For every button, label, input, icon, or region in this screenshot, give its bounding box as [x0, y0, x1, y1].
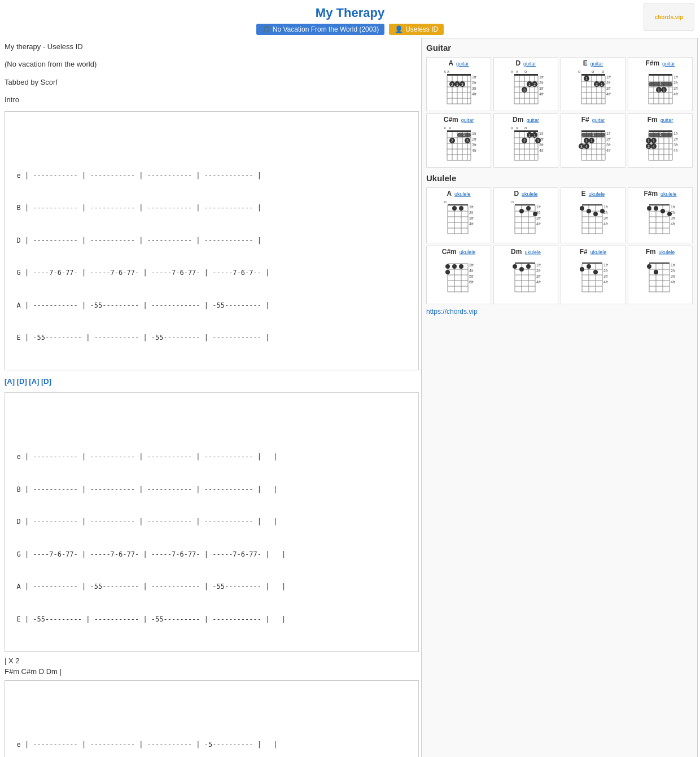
svg-text:4fr: 4fr: [539, 148, 544, 152]
svg-text:2fr: 2fr: [606, 137, 611, 141]
chord-diagram-E-ukulele: 1fr 2fr 3fr 4fr: [578, 199, 609, 241]
chord-card-A-ukulele[interactable]: A ukulele o 1fr 2fr 3f: [426, 187, 491, 243]
chord-diagram-Fm-ukulele: 1fr 2fr 3fr 4fr: [645, 257, 676, 302]
svg-text:3fr: 3fr: [673, 86, 678, 90]
svg-text:2: 2: [533, 82, 536, 86]
chord-card-Fm-ukulele[interactable]: Fm ukulele 1fr 2fr 3fr: [628, 246, 693, 304]
svg-text:3fr: 3fr: [472, 86, 476, 90]
tab-line: [8, 707, 415, 717]
svg-point-215: [459, 206, 463, 211]
svg-text:1: 1: [659, 82, 662, 86]
svg-text:x: x: [516, 125, 518, 130]
chord-card-E-guitar[interactable]: E guitar o o o: [561, 57, 625, 111]
svg-text:4: 4: [653, 145, 655, 148]
svg-text:4fr: 4fr: [469, 269, 474, 273]
chord-card-Cshm-ukulele[interactable]: C#m ukulele 3fr 4fr 5fr: [426, 246, 491, 304]
svg-text:3fr: 3fr: [469, 263, 474, 267]
svg-text:1fr: 1fr: [603, 205, 609, 209]
svg-text:1: 1: [528, 133, 531, 137]
chord-card-E-ukulele[interactable]: E ukulele 1fr 2fr 3fr: [561, 187, 625, 243]
section-intro: Intro: [5, 93, 419, 106]
svg-text:1: 1: [592, 133, 594, 137]
chord-card-D-guitar[interactable]: D guitar x x o: [493, 57, 558, 111]
tabbed-by: Tabbed by Scorf: [5, 76, 419, 89]
svg-text:1fr: 1fr: [673, 75, 678, 79]
svg-text:3fr: 3fr: [472, 143, 476, 147]
svg-text:1: 1: [528, 82, 531, 86]
svg-text:3fr: 3fr: [671, 216, 676, 220]
chord-diagram-Dm-guitar: x x o 1fr 2fr 3fr: [509, 125, 544, 165]
chord-diagram-D-guitar: x x o 1fr 2fr 3fr: [509, 68, 544, 109]
svg-text:3fr: 3fr: [603, 216, 609, 220]
chord-card-Dm-guitar[interactable]: Dm guitar x x o: [493, 113, 558, 168]
svg-text:o: o: [444, 200, 447, 204]
svg-point-269: [667, 212, 672, 216]
chord-card-Fshm-guitar[interactable]: F#m guitar 1fr 2fr: [628, 57, 693, 111]
svg-point-287: [445, 270, 450, 274]
svg-text:5fr: 5fr: [469, 274, 474, 278]
svg-text:2fr: 2fr: [472, 137, 476, 141]
song-info: My therapy - Useless ID (No vacation fro…: [5, 40, 419, 107]
svg-text:2: 2: [451, 82, 453, 86]
svg-text:1: 1: [590, 139, 593, 143]
svg-rect-217: [515, 204, 535, 205]
svg-rect-173: [649, 130, 672, 132]
svg-text:4fr: 4fr: [606, 92, 611, 96]
svg-text:2: 2: [596, 82, 598, 86]
album-breadcrumb[interactable]: 🎵 No Vacation From the World (2003): [256, 24, 384, 35]
svg-text:2fr: 2fr: [536, 269, 541, 273]
svg-text:x: x: [449, 125, 451, 130]
breadcrumb: 🎵 No Vacation From the World (2003) 👤 Us…: [0, 24, 700, 35]
right-panel: Guitar A guitar x: [421, 38, 698, 757]
tab-line: e | ----------- | ----------- | --------…: [8, 452, 415, 462]
svg-point-250: [593, 212, 598, 216]
svg-text:1fr: 1fr: [539, 75, 544, 79]
svg-text:1: 1: [601, 82, 603, 86]
svg-text:3fr: 3fr: [539, 143, 544, 147]
chord-card-Cshm-guitar[interactable]: C#m guitar x x: [426, 113, 491, 168]
svg-text:2: 2: [451, 139, 453, 143]
svg-point-266: [647, 206, 651, 211]
svg-text:3fr: 3fr: [539, 86, 544, 90]
svg-text:x: x: [516, 69, 518, 74]
chord-card-Fsh-ukulele[interactable]: F# ukulele 1fr 2fr 3fr: [561, 246, 625, 304]
svg-text:4fr: 4fr: [603, 280, 609, 284]
chord-card-Fm-guitar[interactable]: Fm guitar 1fr 2fr: [628, 113, 693, 168]
guitar-section-title: Guitar: [426, 43, 693, 52]
ukulele-chords-row1: A ukulele o 1fr 2fr 3f: [426, 187, 693, 243]
svg-text:1fr: 1fr: [536, 263, 541, 267]
site-url[interactable]: https://chords.vip: [426, 308, 693, 316]
svg-text:2fr: 2fr: [673, 137, 678, 141]
tab-line: D | ----------- | ----------- | --------…: [8, 235, 415, 246]
tab-line: [8, 138, 415, 148]
chord-card-Dm-ukulele[interactable]: Dm ukulele 1fr 2fr 3fr: [493, 246, 558, 304]
chord-diagram-Cshm-guitar: x x 1fr 2fr 3fr 4f: [441, 125, 476, 165]
svg-text:4fr: 4fr: [673, 148, 678, 152]
chord-card-A-guitar[interactable]: A guitar x: [426, 57, 491, 111]
svg-text:4fr: 4fr: [603, 222, 609, 226]
svg-text:3fr: 3fr: [671, 274, 676, 278]
artist-breadcrumb[interactable]: 👤 Useless ID: [389, 24, 444, 35]
svg-point-302: [513, 264, 517, 269]
svg-text:1: 1: [585, 77, 588, 81]
svg-text:4fr: 4fr: [536, 280, 541, 284]
logo: chords.vip: [644, 3, 694, 31]
chord-card-D-ukulele[interactable]: D ukulele o 1fr 2fr 3f: [493, 187, 558, 243]
svg-text:1: 1: [533, 133, 536, 137]
svg-text:1fr: 1fr: [472, 75, 476, 79]
tab-line: B | ----------- | ----------- | --------…: [8, 484, 415, 495]
svg-text:3fr: 3fr: [469, 216, 474, 220]
chord-diagram-A-ukulele: o 1fr 2fr 3fr 4fr: [443, 199, 474, 241]
chord-card-Fshm-ukulele[interactable]: F#m ukulele 1fr 2fr 3fr: [628, 187, 693, 243]
svg-text:4fr: 4fr: [536, 222, 541, 226]
svg-text:1fr: 1fr: [606, 75, 611, 79]
svg-point-319: [580, 267, 584, 272]
svg-point-286: [459, 264, 463, 269]
tab-line: A | ----------- | -55--------- | -------…: [8, 581, 415, 592]
svg-text:o: o: [578, 69, 581, 74]
chord-diagram-A-guitar: x 1: [441, 68, 476, 109]
chord-card-Fsh-guitar[interactable]: F# guitar 1fr 2fr: [561, 113, 625, 168]
svg-text:2fr: 2fr: [603, 269, 609, 273]
svg-text:3fr: 3fr: [536, 216, 541, 220]
svg-point-303: [526, 264, 531, 269]
